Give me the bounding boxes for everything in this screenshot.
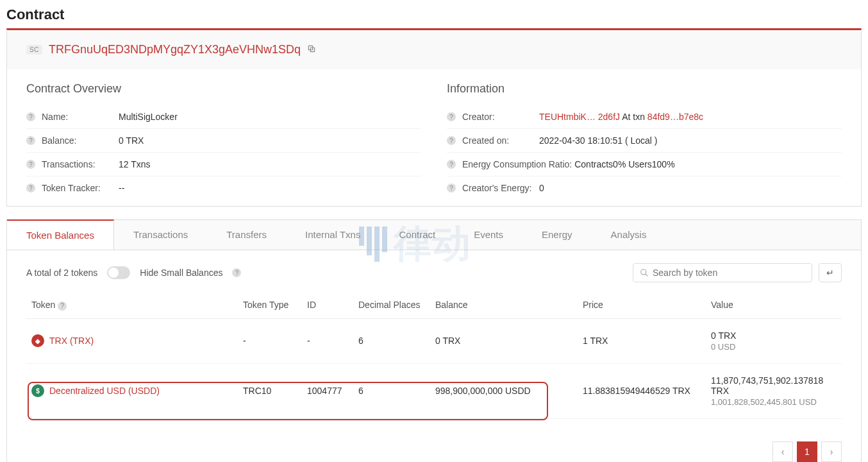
created-value: 2022-04-30 18:10:51 ( Local ) (539, 135, 842, 146)
information-section: Information ? Creator: TEUHtmbiK… 2d6fJ … (447, 82, 842, 200)
tab-token-balances[interactable]: Token Balances (7, 219, 114, 250)
tab-contract[interactable]: Contract (380, 220, 455, 250)
balance-value: 0 TRX (119, 135, 421, 146)
th-price: Price (578, 292, 706, 318)
hide-small-toggle[interactable] (107, 266, 130, 279)
cell-type: - (238, 318, 302, 363)
main-card: SC TRFGnuUqED3NDpMYgqZY1X3gAeVHNw1SDq Co… (6, 28, 862, 207)
sc-badge: SC (26, 45, 42, 55)
cell-id: 1004777 (302, 363, 353, 418)
usdd-icon: $ (31, 384, 44, 397)
help-icon[interactable]: ? (26, 136, 35, 145)
search-icon (640, 268, 649, 277)
address-bar: SC TRFGnuUqED3NDpMYgqZY1X3gAeVHNw1SDq (7, 30, 861, 69)
tab-internal-txns[interactable]: Internal Txns (286, 220, 380, 250)
cell-type: TRC10 (238, 363, 302, 418)
th-type: Token Type (238, 292, 302, 318)
tab-transfers[interactable]: Transfers (207, 220, 286, 250)
creator-label: Creator: (462, 112, 539, 122)
th-id: ID (302, 292, 353, 318)
help-icon[interactable]: ? (26, 184, 35, 193)
help-icon[interactable]: ? (447, 136, 456, 145)
total-text: A total of 2 tokens (26, 268, 97, 278)
token-link[interactable]: Decentralized USD (USDD) (49, 386, 160, 396)
help-icon[interactable]: ? (447, 160, 456, 169)
information-heading: Information (447, 82, 842, 96)
txns-label: Transactions: (42, 159, 119, 169)
name-value: MultiSigLocker (119, 112, 421, 122)
pagination: ‹ 1 › (7, 432, 861, 463)
txn-prefix: At txn (622, 112, 647, 122)
tab-analysis[interactable]: Analysis (592, 220, 666, 250)
cell-balance: 998,900,000,000 USDD (430, 363, 578, 418)
search-box[interactable] (633, 263, 812, 282)
help-icon[interactable]: ? (447, 184, 456, 193)
token-table: Token ? Token Type ID Decimal Places Bal… (26, 292, 842, 419)
balance-label: Balance: (42, 135, 119, 146)
creator-energy-value: 0 (539, 183, 842, 193)
name-label: Name: (42, 112, 119, 122)
energy-value: Contracts0% Users100% (574, 159, 842, 169)
cell-value: 0 TRX 0 USD (706, 318, 842, 363)
page-current[interactable]: 1 (797, 441, 817, 462)
cell-decimals: 6 (353, 363, 430, 418)
contract-overview: Contract Overview ? Name: MultiSigLocker… (26, 82, 421, 200)
copy-icon[interactable] (307, 44, 316, 55)
reset-button[interactable]: ↵ (819, 263, 842, 282)
cell-balance: 0 TRX (430, 318, 578, 363)
trx-icon: ◈ (31, 334, 44, 347)
creator-link[interactable]: TEUHtmbiK… 2d6fJ (539, 112, 620, 122)
tab-transactions[interactable]: Transactions (114, 220, 207, 250)
cell-value: 11,870,743,751,902.137818 TRX 1,001,828,… (706, 363, 842, 418)
help-icon[interactable]: ? (232, 268, 241, 277)
svg-point-2 (641, 270, 646, 275)
token-link[interactable]: TRX (TRX) (49, 336, 94, 346)
txns-value: 12 Txns (119, 159, 421, 169)
tracker-label: Token Tracker: (42, 183, 119, 193)
cell-price: 11.883815949446529 TRX (578, 363, 706, 418)
cell-price: 1 TRX (578, 318, 706, 363)
creator-value: TEUHtmbiK… 2d6fJ At txn 84fd9…b7e8c (539, 112, 842, 122)
tab-content: A total of 2 tokens Hide Small Balances … (7, 250, 861, 432)
txn-link[interactable]: 84fd9…b7e8c (647, 112, 703, 122)
table-row: $ Decentralized USD (USDD) TRC10 1004777… (26, 363, 842, 418)
cell-decimals: 6 (353, 318, 430, 363)
tabs-header: Token Balances Transactions Transfers In… (7, 220, 861, 250)
help-icon[interactable]: ? (26, 160, 35, 169)
tabs-container: Token Balances Transactions Transfers In… (6, 219, 862, 462)
tab-events[interactable]: Events (455, 220, 522, 250)
contract-address[interactable]: TRFGnuUqED3NDpMYgqZY1X3gAeVHNw1SDq (49, 43, 301, 56)
tracker-value: -- (119, 183, 421, 193)
search-input[interactable] (653, 268, 805, 278)
page-prev[interactable]: ‹ (772, 441, 793, 462)
energy-label: Energy Consumption Ratio: (462, 159, 572, 169)
cell-id: - (302, 318, 353, 363)
th-balance: Balance (430, 292, 578, 318)
creator-energy-label: Creator's Energy: (462, 183, 539, 193)
page-next[interactable]: › (821, 441, 842, 462)
hide-label: Hide Small Balances (140, 268, 222, 278)
help-icon[interactable]: ? (447, 112, 456, 121)
th-decimals: Decimal Places (353, 292, 430, 318)
th-token: Token ? (26, 292, 238, 318)
tab-energy[interactable]: Energy (522, 220, 592, 250)
overview-heading: Contract Overview (26, 82, 421, 96)
help-icon[interactable]: ? (58, 302, 67, 311)
th-value: Value (706, 292, 842, 318)
created-label: Created on: (462, 135, 539, 146)
table-row: ◈ TRX (TRX) - - 6 0 TRX 1 TRX 0 TRX (26, 318, 842, 363)
svg-line-3 (646, 274, 648, 277)
page-title: Contract (6, 6, 862, 23)
help-icon[interactable]: ? (26, 112, 35, 121)
